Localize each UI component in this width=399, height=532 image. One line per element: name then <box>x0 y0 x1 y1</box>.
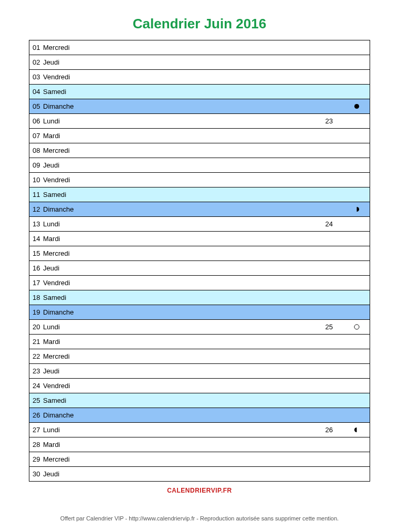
day-row: 14Mardi <box>29 232 370 246</box>
day-name: Mercredi <box>43 249 370 257</box>
last-quarter-icon <box>353 426 360 433</box>
day-number: 06 <box>33 117 43 125</box>
day-number: 05 <box>33 102 43 110</box>
day-number: 19 <box>33 308 43 316</box>
day-row: 21Mardi <box>29 335 370 349</box>
day-row: 17Vendredi <box>29 276 370 290</box>
day-name: Mercredi <box>43 44 370 51</box>
day-row: 18Samedi <box>29 290 370 305</box>
day-row: 12Dimanche <box>29 202 370 217</box>
day-number: 26 <box>33 411 43 419</box>
day-row: 30Jeudi <box>29 467 370 482</box>
day-name: Mardi <box>43 441 370 448</box>
day-number: 10 <box>33 176 43 184</box>
day-number: 16 <box>33 264 43 272</box>
day-row: 20Lundi25 <box>29 320 370 335</box>
day-row: 22Mercredi <box>29 349 370 364</box>
day-name: Dimanche <box>43 205 370 213</box>
day-name: Mercredi <box>43 352 370 360</box>
full-moon-icon <box>353 324 360 330</box>
day-row: 27Lundi26 <box>29 423 370 437</box>
week-number: 26 <box>326 426 333 434</box>
day-row: 07Mardi <box>29 129 370 143</box>
page-title: Calendrier Juin 2016 <box>29 16 370 32</box>
day-row: 02Jeudi <box>29 55 370 70</box>
new-moon-icon <box>353 103 360 110</box>
day-name: Vendredi <box>43 382 370 390</box>
day-row: 01Mercredi <box>29 40 370 55</box>
day-number: 08 <box>33 147 43 154</box>
day-name: Dimanche <box>43 102 370 110</box>
calendar-table: 01Mercredi02Jeudi03Vendredi04Samedi05Dim… <box>29 40 370 482</box>
day-row: 11Samedi <box>29 187 370 202</box>
day-number: 07 <box>33 132 43 140</box>
day-number: 03 <box>33 73 43 81</box>
day-number: 14 <box>33 235 43 243</box>
day-name: Vendredi <box>43 73 370 81</box>
day-name: Lundi <box>43 426 370 434</box>
day-row: 23Jeudi <box>29 364 370 379</box>
day-name: Vendredi <box>43 176 370 184</box>
day-row: 19Dimanche <box>29 305 370 320</box>
day-number: 02 <box>33 58 43 66</box>
day-row: 13Lundi24 <box>29 217 370 232</box>
day-number: 21 <box>33 338 43 346</box>
day-number: 12 <box>33 205 43 213</box>
day-row: 25Samedi <box>29 393 370 408</box>
day-row: 26Dimanche <box>29 408 370 423</box>
day-row: 16Jeudi <box>29 261 370 276</box>
day-name: Samedi <box>43 191 370 199</box>
day-name: Mercredi <box>43 455 370 463</box>
day-number: 22 <box>33 352 43 360</box>
day-number: 30 <box>33 470 43 478</box>
day-name: Samedi <box>43 397 370 404</box>
day-number: 15 <box>33 249 43 257</box>
day-name: Jeudi <box>43 58 370 66</box>
week-number: 23 <box>326 117 333 125</box>
day-name: Jeudi <box>43 367 370 375</box>
day-name: Jeudi <box>43 264 370 272</box>
day-number: 23 <box>33 367 43 375</box>
day-name: Dimanche <box>43 411 370 419</box>
day-row: 05Dimanche <box>29 99 370 114</box>
day-number: 01 <box>33 44 43 51</box>
day-row: 15Mercredi <box>29 246 370 261</box>
day-name: Dimanche <box>43 308 370 316</box>
day-name: Lundi <box>43 220 370 228</box>
day-number: 18 <box>33 294 43 301</box>
footer-brand: CALENDRIERVIP.FR <box>29 487 370 494</box>
day-row: 08Mercredi <box>29 143 370 158</box>
footer-credit: Offert par Calendrier VIP - http://www.c… <box>29 515 370 521</box>
week-number: 24 <box>326 220 333 228</box>
day-row: 10Vendredi <box>29 173 370 187</box>
day-row: 28Mardi <box>29 437 370 452</box>
day-name: Jeudi <box>43 161 370 169</box>
day-number: 04 <box>33 88 43 96</box>
day-name: Vendredi <box>43 279 370 287</box>
day-number: 13 <box>33 220 43 228</box>
day-number: 27 <box>33 426 43 434</box>
day-name: Samedi <box>43 294 370 301</box>
day-number: 20 <box>33 323 43 331</box>
day-row: 03Vendredi <box>29 70 370 85</box>
day-number: 17 <box>33 279 43 287</box>
day-number: 28 <box>33 441 43 448</box>
day-number: 29 <box>33 455 43 463</box>
day-name: Mercredi <box>43 147 370 154</box>
day-name: Lundi <box>43 117 370 125</box>
day-number: 24 <box>33 382 43 390</box>
day-number: 25 <box>33 397 43 404</box>
day-name: Lundi <box>43 323 370 331</box>
first-quarter-icon <box>353 206 360 213</box>
day-number: 09 <box>33 161 43 169</box>
svg-point-0 <box>354 104 359 109</box>
day-row: 04Samedi <box>29 85 370 99</box>
day-name: Samedi <box>43 88 370 96</box>
day-name: Mardi <box>43 235 370 243</box>
week-number: 25 <box>326 323 333 331</box>
day-row: 24Vendredi <box>29 379 370 393</box>
day-name: Jeudi <box>43 470 370 478</box>
day-name: Mardi <box>43 338 370 346</box>
svg-point-1 <box>354 325 359 329</box>
day-row: 06Lundi23 <box>29 114 370 129</box>
